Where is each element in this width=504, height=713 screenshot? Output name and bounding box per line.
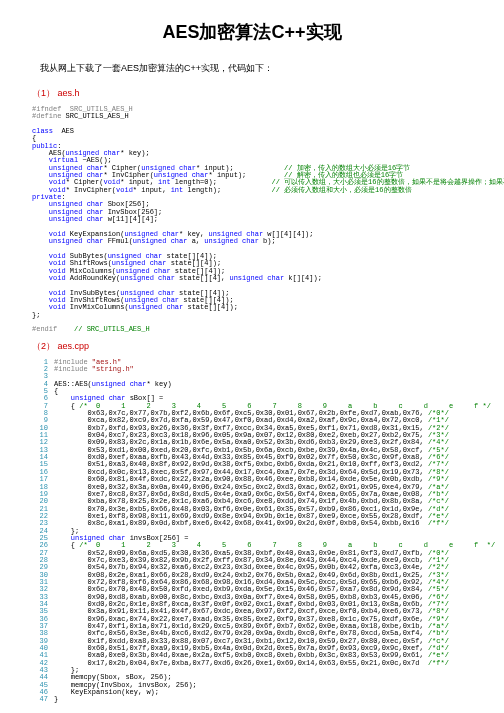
code-line: }	[54, 696, 495, 703]
aes-h-code-block: #ifndef SRC_UTILS_AES_H #define SRC_UTIL…	[32, 106, 484, 334]
line-number: 3	[32, 373, 54, 380]
page-title: AES加密算法C++实现	[20, 20, 484, 44]
section-1-title: （1） aes.h	[32, 87, 484, 100]
line-number: 7	[32, 403, 54, 410]
line-number: 6	[32, 395, 54, 402]
line-number: 4	[32, 381, 54, 388]
line-number: 2	[32, 366, 54, 373]
code-line: 0x8c,0xa1,0x89,0x0d,0xbf,0xe6,0x42,0x68,…	[54, 520, 495, 527]
section-2-title: （2） aes.cpp	[32, 340, 484, 353]
code-line: #include "string.h"	[54, 366, 495, 373]
code-line: AES::AES(unsigned char* key)	[54, 381, 495, 388]
line-number: 5	[32, 388, 54, 395]
line-number: 8	[32, 410, 54, 417]
aes-cpp-code-block: 1#include "aes.h"2#include "string.h"34A…	[32, 359, 495, 704]
line-number: 47	[32, 696, 54, 703]
code-line: KeyExpansion(key, w);	[54, 689, 495, 696]
intro-text: 我从网上下载了一套AES加密算法的C++实现，代码如下：	[40, 62, 484, 75]
code-line: 0x17,0x2b,0x04,0x7e,0xba,0x77,0xd6,0x26,…	[54, 660, 495, 667]
line-number: 1	[32, 359, 54, 366]
